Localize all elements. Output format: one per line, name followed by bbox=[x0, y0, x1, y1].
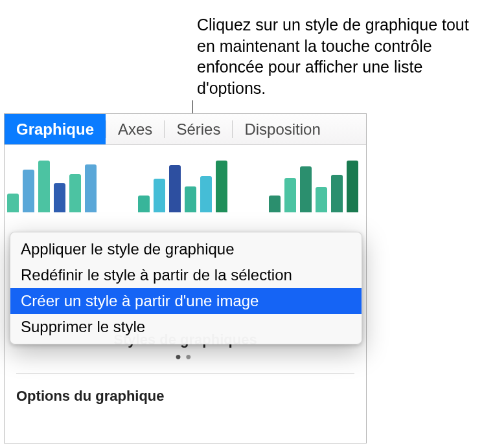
chart-style-thumbnail[interactable] bbox=[137, 161, 234, 212]
menu-item-redefine-style[interactable]: Redéfinir le style à partir de la sélect… bbox=[10, 262, 362, 288]
chart-bar bbox=[300, 166, 312, 212]
tab-series[interactable]: Séries bbox=[165, 114, 232, 144]
context-menu: Appliquer le style de graphique Redéfini… bbox=[10, 232, 362, 344]
inspector-panel: Graphique Axes Séries Disposition Appliq… bbox=[4, 113, 367, 443]
chart-bar bbox=[138, 196, 150, 212]
chart-bar bbox=[69, 174, 81, 212]
chart-bar bbox=[7, 194, 19, 212]
chart-bar bbox=[331, 175, 343, 212]
chart-bar bbox=[85, 164, 97, 212]
chart-style-thumbnail[interactable] bbox=[6, 161, 103, 212]
tab-disposition[interactable]: Disposition bbox=[233, 114, 332, 144]
chart-options-label: Options du graphique bbox=[5, 374, 366, 405]
chart-style-thumbnail[interactable] bbox=[268, 161, 365, 212]
tab-bar: Graphique Axes Séries Disposition bbox=[5, 114, 366, 145]
chart-bar bbox=[38, 161, 50, 212]
chart-bar bbox=[316, 187, 327, 213]
chart-bar bbox=[23, 170, 34, 212]
tab-axes[interactable]: Axes bbox=[106, 114, 164, 144]
page-dots[interactable]: ●● bbox=[5, 351, 366, 363]
menu-item-apply-style[interactable]: Appliquer le style de graphique bbox=[10, 236, 362, 262]
chart-bar bbox=[269, 196, 281, 212]
chart-bar bbox=[185, 186, 196, 212]
chart-bar bbox=[284, 178, 296, 212]
style-thumbnails-row bbox=[5, 157, 366, 212]
chart-bar bbox=[347, 161, 358, 212]
chart-bar bbox=[216, 161, 227, 212]
menu-item-create-style-from-image[interactable]: Créer un style à partir d'une image bbox=[10, 288, 362, 314]
menu-item-delete-style[interactable]: Supprimer le style bbox=[10, 314, 362, 340]
chart-bar bbox=[169, 165, 181, 212]
chart-styles-area: Appliquer le style de graphique Redéfini… bbox=[5, 145, 366, 359]
callout-text: Cliquez sur un style de graphique tout e… bbox=[197, 14, 482, 98]
tab-graphique[interactable]: Graphique bbox=[5, 114, 106, 144]
chart-bar bbox=[154, 179, 165, 212]
chart-bar bbox=[54, 183, 65, 212]
chart-bar bbox=[200, 176, 212, 212]
